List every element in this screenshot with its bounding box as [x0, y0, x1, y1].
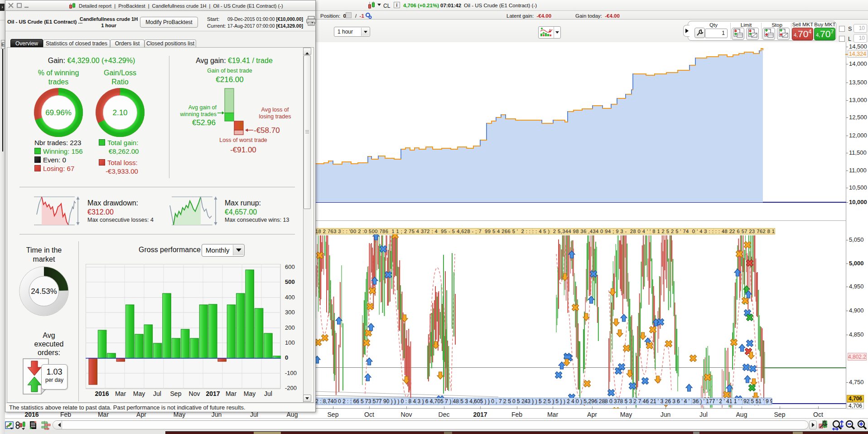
svg-text:24.53%: 24.53%	[31, 287, 57, 296]
svg-text:2.10: 2.10	[112, 108, 127, 117]
svg-text:69.96%: 69.96%	[45, 108, 72, 117]
